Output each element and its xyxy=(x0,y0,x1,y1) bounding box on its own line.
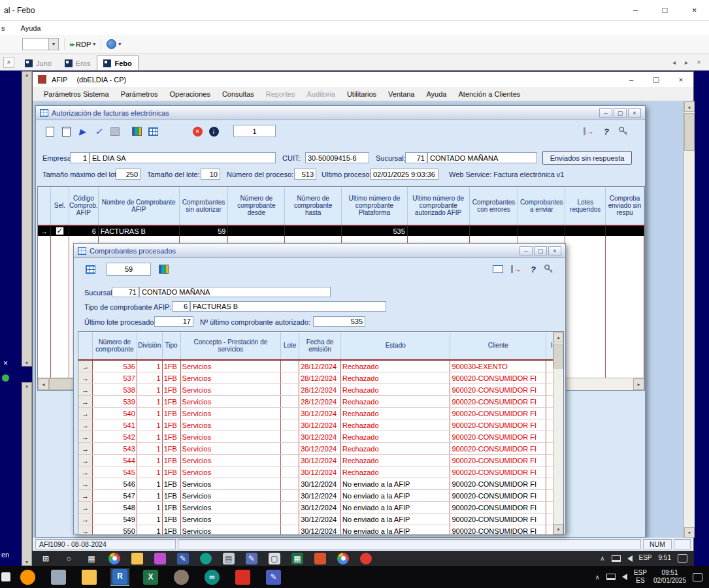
scroll-down-icon[interactable]: ▾ xyxy=(25,559,28,565)
external-tools-button[interactable]: ▾ xyxy=(107,39,121,49)
table-row[interactable]: → 549 1 1FB Servicios 30/12/2024 No envi… xyxy=(78,514,563,525)
column-header[interactable]: Comproba enviado sin respu xyxy=(606,187,644,225)
maximize-button[interactable]: □ xyxy=(650,0,680,20)
close-button[interactable]: × xyxy=(548,246,561,255)
scroll-right-icon[interactable]: ▸ xyxy=(633,378,644,390)
spreadsheet-app-icon[interactable]: ▦ xyxy=(289,552,305,565)
selected-checkbox[interactable]: ✓ xyxy=(56,227,64,235)
column-header[interactable]: Concepto - Prestación de servicios xyxy=(181,332,282,359)
teal-app-icon[interactable] xyxy=(198,552,214,565)
lote-max-field[interactable]: 250 xyxy=(116,169,140,180)
permissions-button[interactable] xyxy=(616,124,631,139)
column-header[interactable]: Ultimo número de comprobante autorizado … xyxy=(408,187,470,225)
sucursal-code-field[interactable]: 71 xyxy=(112,287,139,297)
scroll-up-icon[interactable]: ▴ xyxy=(25,72,28,78)
table-row[interactable]: → 542 1 1FB Servicios 30/12/2024 Rechaza… xyxy=(78,431,563,443)
column-header[interactable]: Cliente xyxy=(450,332,546,359)
ultimo-lote-field[interactable]: 17 xyxy=(154,316,193,327)
close-icon[interactable]: × xyxy=(694,57,704,67)
column-header[interactable]: Estado xyxy=(341,332,451,359)
volume-icon[interactable] xyxy=(627,555,633,562)
task-view-icon[interactable]: ▦ xyxy=(84,552,99,565)
column-header[interactable]: Comprobantes a enviar xyxy=(518,187,565,225)
lote-field[interactable]: 10 xyxy=(201,169,220,180)
permissions-button[interactable] xyxy=(542,262,556,276)
close-button[interactable]: × xyxy=(628,108,641,118)
grid-vertical-scrollbar[interactable]: ▴ ▾ xyxy=(553,332,563,534)
clipped-menu-item[interactable]: s xyxy=(0,24,5,32)
save-button[interactable] xyxy=(108,124,122,139)
menu-item[interactable]: Reportes xyxy=(260,90,301,98)
exit-button[interactable]: → xyxy=(582,124,596,139)
minimize-button[interactable]: – xyxy=(519,246,533,255)
menu-item[interactable]: Utilitarios xyxy=(341,90,382,98)
record-counter-field[interactable]: 59 xyxy=(107,263,151,276)
sucursal-name-field[interactable]: CONTADO MAÑANA xyxy=(427,152,537,163)
column-header[interactable]: Código Comprob. AFIP xyxy=(69,187,99,225)
close-button[interactable]: × xyxy=(668,72,693,87)
table-row[interactable]: → 546 1 1FB Servicios 30/12/2024 No envi… xyxy=(78,478,563,490)
menu-item[interactable]: Ayuda xyxy=(420,90,452,98)
menu-item[interactable]: Auditoria xyxy=(301,90,340,98)
export-grid-button[interactable] xyxy=(146,124,160,139)
chevron-down-icon[interactable]: ▾ xyxy=(118,41,121,47)
tipo-name-field[interactable]: FACTURAS B xyxy=(190,301,386,312)
minimize-button[interactable]: – xyxy=(599,108,612,118)
column-header[interactable]: Sel. xyxy=(51,187,69,225)
chevron-down-icon[interactable]: ▾ xyxy=(93,41,95,47)
columns-button[interactable] xyxy=(156,262,171,276)
pen-app-icon[interactable]: ✎ xyxy=(175,552,191,565)
properties-button[interactable] xyxy=(59,124,73,139)
table-row[interactable]: → 548 1 1FB Servicios 30/12/2024 No envi… xyxy=(78,502,563,514)
close-button[interactable]: × xyxy=(680,0,709,20)
table-row[interactable]: → 537 1 1FB Servicios 28/12/2024 Rechaza… xyxy=(78,372,563,384)
notifications-icon[interactable] xyxy=(678,554,687,563)
column-header[interactable]: Ultimo número de comprobante Plataforma xyxy=(342,187,408,225)
table-row[interactable]: → 545 1 1FB Servicios 30/12/2024 Rechaza… xyxy=(78,466,563,478)
cuit-field[interactable]: 30-50009415-6 xyxy=(305,152,369,163)
column-header[interactable]: Fecha de emisión xyxy=(299,332,341,359)
scrollbar-thumb[interactable] xyxy=(553,344,563,368)
file-explorer-icon[interactable] xyxy=(80,569,99,585)
tray-expand-icon[interactable]: ∧ xyxy=(595,574,600,581)
red-app-icon[interactable] xyxy=(358,552,374,565)
tray-expand-icon[interactable]: ∧ xyxy=(600,555,604,562)
ultimo-comprobante-field[interactable]: 535 xyxy=(313,316,365,327)
column-header[interactable]: Lote xyxy=(281,332,299,359)
remote-manager-icon[interactable]: R xyxy=(110,568,129,586)
enviados-sin-respuesta-button[interactable]: Enviados sin respuesta xyxy=(542,151,632,165)
column-header[interactable]: División xyxy=(137,332,163,359)
panel-close-icon[interactable]: × xyxy=(3,359,8,368)
proceso-field[interactable]: 513 xyxy=(294,169,316,180)
help-button[interactable]: ? xyxy=(599,124,614,139)
scroll-up-icon[interactable]: ▴ xyxy=(684,101,695,112)
table-row[interactable]: → 536 1 1FB Servicios 28/12/2024 Rechaza… xyxy=(78,361,563,372)
run-process-button[interactable]: ▶ xyxy=(75,124,90,139)
tipo-code-field[interactable]: 6 xyxy=(172,301,190,312)
session-tab[interactable]: Eros xyxy=(58,56,97,70)
firefox-icon[interactable] xyxy=(18,569,37,585)
excel-icon[interactable]: X xyxy=(141,569,160,585)
table-row[interactable]: → 544 1 1FB Servicios 30/12/2024 Rechaza… xyxy=(78,455,563,466)
table-row[interactable]: → 547 1 1FB Servicios 30/12/2024 No envi… xyxy=(78,490,563,502)
close-tab-button[interactable]: × xyxy=(3,57,14,68)
pen2-app-icon[interactable]: ✎ xyxy=(244,552,259,565)
scroll-tabs-right-icon[interactable]: ▸ xyxy=(682,57,691,67)
scroll-down-icon[interactable]: ▾ xyxy=(553,524,563,534)
window-app-icon[interactable]: ▢ xyxy=(267,552,282,565)
dialog-titlebar[interactable]: Comprobantes procesados – ▢ × xyxy=(74,244,565,258)
confirm-button[interactable]: ✓ xyxy=(91,124,106,139)
export-grid-button[interactable] xyxy=(83,262,97,276)
clock[interactable]: 09:51 02/01/2025 xyxy=(653,569,686,585)
table-row[interactable]: → 543 1 1FB Servicios 30/12/2024 Rechaza… xyxy=(78,443,563,455)
column-header[interactable]: Comprobantes con errores xyxy=(470,187,519,225)
exit-button[interactable]: → xyxy=(509,262,523,276)
table-row[interactable]: → 539 1 1FB Servicios 28/12/2024 Rechaza… xyxy=(78,396,563,408)
column-header[interactable]: Lotes requeridos xyxy=(565,187,606,225)
menu-item[interactable]: Atención a Clientes xyxy=(452,90,526,98)
scroll-down-icon[interactable]: ▾ xyxy=(684,527,695,538)
authorization-titlebar[interactable]: Autorización de facturas electrónicas – … xyxy=(36,106,645,120)
scroll-up-icon[interactable]: ▴ xyxy=(553,332,563,342)
language-indicator[interactable]: ESP ES xyxy=(634,569,647,585)
empresa-name-field[interactable]: EL DIA SA xyxy=(90,152,276,163)
